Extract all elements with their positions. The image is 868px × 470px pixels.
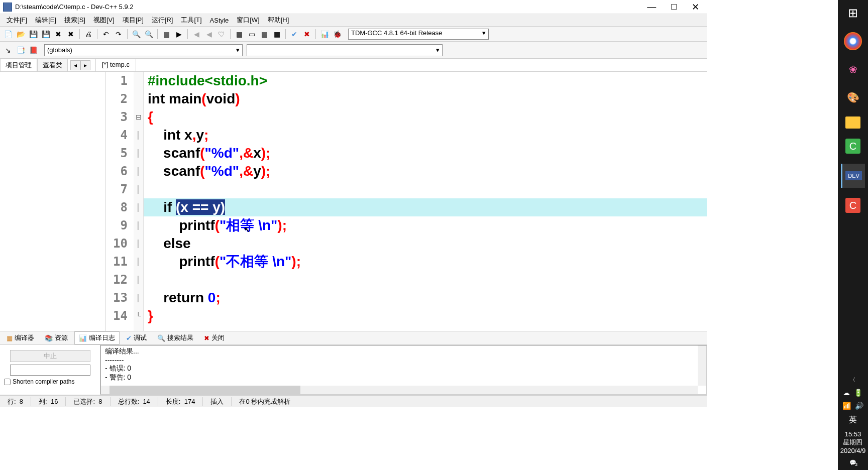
tab-resources[interactable]: 📚资源 [41, 332, 72, 344]
code-text: return [163, 290, 204, 305]
tab-search-results[interactable]: 🔍搜索结果 [153, 332, 197, 344]
stop-button[interactable]: 中止 [10, 350, 90, 362]
symbols-dropdown[interactable]: ▾ [247, 44, 443, 56]
main-content: 1 2 3 4 5 6 7 8 9 10 11 12 13 14 ⊟ │││ │… [0, 72, 707, 331]
close-file-icon[interactable]: ✖ [53, 29, 64, 40]
camtasia-icon[interactable]: C [845, 139, 860, 154]
app-icon[interactable]: ❀ [844, 60, 862, 78]
maximize-button[interactable]: □ [671, 2, 677, 13]
chrome-icon[interactable] [844, 32, 862, 50]
minimize-button[interactable]: — [647, 2, 656, 13]
line-number: 12 [105, 271, 128, 289]
language-indicator[interactable]: 英 [849, 415, 857, 425]
code-text: printf [148, 217, 215, 233]
line-number: 8 [105, 198, 128, 216]
start-button[interactable]: ⊞ [844, 4, 862, 22]
fold-toggle[interactable]: ⊟ [134, 108, 143, 126]
open-file-icon[interactable]: 📂 [15, 29, 26, 40]
code-text: ( [200, 145, 204, 161]
goto-icon[interactable]: ↘ [3, 45, 14, 56]
tab-debug[interactable]: ✔调试 [122, 332, 151, 344]
separator [315, 29, 316, 39]
menu-help[interactable]: 帮助[H] [264, 14, 293, 26]
devcpp-taskbar-icon[interactable]: DEV [841, 164, 865, 188]
tab-project[interactable]: 项目管理 [0, 59, 37, 71]
code-text: printf [148, 254, 215, 269]
nav-back-icon[interactable]: ◀ [191, 29, 202, 40]
recorder-icon[interactable]: C [845, 198, 860, 213]
tray-expand-icon[interactable]: 〈 [850, 376, 855, 384]
code-text: void [206, 91, 236, 106]
volume-icon[interactable]: 🔊 [855, 402, 863, 410]
menu-astyle[interactable]: AStyle [206, 15, 233, 26]
separator [285, 29, 286, 39]
code-text: ( [215, 254, 220, 269]
menu-search[interactable]: 搜索[S] [60, 14, 89, 26]
grid1-icon[interactable]: ▦ [234, 29, 245, 40]
compile-output[interactable]: 编译结果... -------- - 错误: 0 - 警告: 0 [100, 345, 707, 395]
horizontal-scrollbar[interactable] [101, 386, 698, 394]
tab-compile-log[interactable]: 📊编译日志 [74, 331, 120, 344]
nav-fwd-icon[interactable]: ◀ [203, 29, 214, 40]
grid4-icon[interactable]: ▦ [271, 29, 282, 40]
cancel-icon[interactable]: ✖ [301, 29, 312, 40]
system-tray: 〈 ☁ 🔋 📶 🔊 英 15:53 星期四 2020/4/9 💬3 [840, 376, 866, 470]
line-number: 11 [105, 253, 128, 271]
chart-icon[interactable]: 📊 [319, 29, 330, 40]
shorten-paths-checkbox[interactable]: Shorten compiler paths [4, 378, 96, 385]
close-all-icon[interactable]: ✖ [65, 29, 76, 40]
redo-icon[interactable]: ↷ [113, 29, 124, 40]
tab-class-view[interactable]: 查看类 [37, 59, 68, 71]
vertical-scrollbar[interactable] [698, 345, 706, 386]
new-file-icon[interactable]: 📄 [3, 29, 14, 40]
wifi-icon[interactable]: 📶 [842, 402, 851, 410]
tab-nav-left[interactable]: ◂ [70, 60, 80, 70]
bug-icon[interactable]: 🐞 [332, 29, 343, 40]
menu-tools[interactable]: 工具[T] [177, 14, 205, 26]
status-insert-mode: 插入 [203, 397, 232, 406]
compile-icon[interactable]: ▦ [161, 29, 172, 40]
code-area[interactable]: #include<stdio.h> int main(void) { int x… [144, 72, 707, 331]
tab-compiler[interactable]: ▦编译器 [3, 332, 38, 344]
menu-view[interactable]: 视图[V] [89, 14, 119, 26]
clock[interactable]: 15:53 星期四 2020/4/9 [840, 430, 866, 454]
tab-nav-right[interactable]: ▸ [80, 60, 90, 70]
code-editor[interactable]: 1 2 3 4 5 6 7 8 9 10 11 12 13 14 ⊟ │││ │… [105, 72, 707, 331]
file-tab-temp-c[interactable]: [*] temp.c [95, 59, 136, 71]
compiler-dropdown[interactable]: TDM-GCC 4.8.1 64-bit Release ▾ [348, 29, 489, 40]
code-text: x [253, 145, 261, 161]
paint-icon[interactable]: 🎨 [844, 88, 862, 106]
print-icon[interactable]: 🖨 [83, 29, 94, 40]
code-text: ); [261, 163, 271, 179]
book-icon[interactable]: 📕 [28, 45, 39, 56]
code-text: & [243, 145, 253, 161]
compile-input[interactable] [10, 365, 90, 376]
menu-file[interactable]: 文件[F] [3, 14, 31, 26]
grid2-icon[interactable]: ▭ [246, 29, 257, 40]
find-icon[interactable]: 🔍 [131, 29, 142, 40]
undo-icon[interactable]: ↶ [100, 29, 112, 40]
save-icon[interactable]: 💾 [28, 29, 39, 40]
code-text: scanf [148, 145, 200, 161]
replace-icon[interactable]: 🔍 [143, 29, 154, 40]
explorer-icon[interactable] [845, 116, 860, 129]
close-button[interactable]: ✕ [692, 2, 699, 13]
menu-run[interactable]: 运行[R] [148, 14, 177, 26]
tab-close[interactable]: ✖关闭 [200, 332, 229, 344]
menu-project[interactable]: 项目[P] [119, 14, 148, 26]
bookmark-icon[interactable]: 🛡 [216, 29, 227, 40]
check-icon[interactable]: ✔ [289, 29, 300, 40]
project-sidebar[interactable] [0, 72, 105, 331]
notifications-icon[interactable]: 💬3 [849, 459, 856, 466]
onedrive-icon[interactable]: ☁ [843, 389, 850, 397]
globals-dropdown[interactable]: (globals) ▾ [44, 44, 243, 56]
save-all-icon[interactable]: 💾 [40, 29, 51, 40]
line-number: 4 [105, 126, 128, 144]
menu-window[interactable]: 窗口[W] [233, 14, 264, 26]
run-icon[interactable]: ▶ [173, 29, 184, 40]
grid3-icon[interactable]: ▦ [259, 29, 270, 40]
battery-icon[interactable]: 🔋 [854, 389, 862, 397]
marker-icon[interactable]: 📑 [15, 45, 26, 56]
menu-edit[interactable]: 编辑[E] [31, 14, 60, 26]
window-title: D:\steam\code\C\temp.c - Dev-C++ 5.9.2 [15, 3, 647, 11]
